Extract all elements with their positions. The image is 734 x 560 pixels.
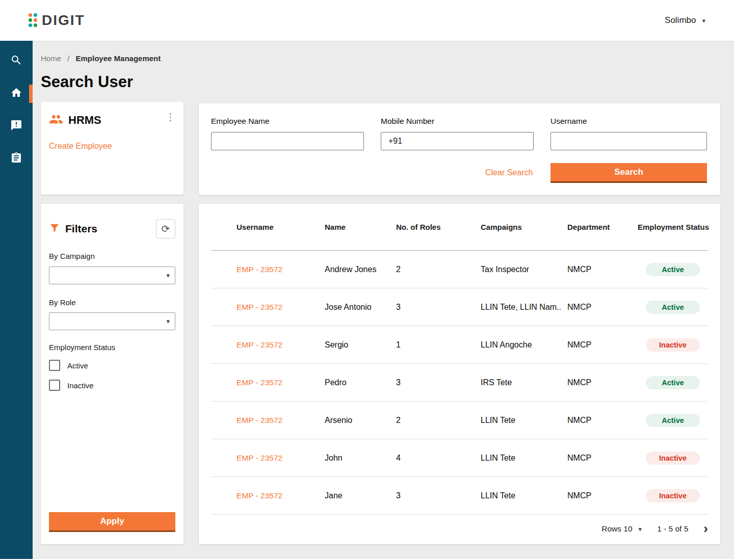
table-footer: Rows 10 ▾ 1 - 5 of 5 ›	[211, 515, 708, 543]
status-badge: Active	[646, 263, 700, 276]
employee-name-cell: Jane	[325, 491, 396, 500]
campaigns-cell: LLIN Angoche	[481, 340, 567, 350]
employee-name-cell: Arsenio	[325, 416, 396, 425]
roles-count-cell: 4	[396, 454, 481, 463]
chevron-right-icon[interactable]: ›	[703, 522, 708, 535]
status-cell: Active	[638, 376, 708, 389]
campaign-select[interactable]: ▾	[49, 266, 175, 284]
status-cell: Active	[638, 301, 708, 314]
rows-per-page-label: Rows 10	[601, 524, 632, 534]
sync-icon: ⟳	[162, 223, 170, 235]
sidebar-item-clipboard[interactable]	[0, 143, 33, 175]
roles-count-cell: 2	[396, 265, 481, 274]
employee-name-cell: Andrew Jones	[325, 265, 396, 274]
rows-per-page-select[interactable]: Rows 10 ▾	[601, 524, 642, 534]
inactive-checkbox[interactable]	[49, 380, 60, 391]
clipboard-icon	[10, 152, 22, 166]
user-menu-label: Solimbo	[665, 15, 696, 25]
table-header-row: Username Name No. of Roles Campaigns Dep…	[211, 204, 708, 251]
col-campaigns: Campaigns	[481, 223, 567, 231]
employment-status-label: Employment Status	[49, 343, 115, 352]
username-label: Username	[550, 117, 707, 126]
breadcrumb-current: Employee Management	[76, 54, 161, 63]
filters-title: Filters	[65, 223, 97, 235]
create-employee-link[interactable]: Create Employee	[49, 142, 112, 151]
sidebar-item-feedback[interactable]	[0, 110, 33, 143]
chevron-down-icon: ▾	[702, 17, 705, 24]
mobile-number-input[interactable]	[406, 133, 533, 149]
status-cell: Active	[638, 414, 708, 427]
apply-button[interactable]: Apply	[49, 512, 175, 532]
department-cell: NMCP	[567, 416, 638, 425]
by-role-label: By Role	[49, 298, 76, 307]
status-cell: Inactive	[638, 489, 708, 502]
status-badge: Active	[646, 376, 700, 389]
table-row: EMP - 23572 Pedro 3 IRS Tete NMCP Active	[211, 364, 708, 402]
department-cell: NMCP	[567, 265, 638, 274]
employee-name-field-group: Employee Name	[211, 117, 364, 150]
campaigns-cell: Tax Inspector	[481, 265, 567, 274]
col-department: Department	[567, 223, 638, 231]
people-icon	[49, 112, 63, 128]
top-bar: DIGIT Solimbo ▾	[0, 0, 734, 41]
status-badge: Active	[646, 301, 700, 314]
campaigns-cell: LLIN Tete	[481, 454, 567, 463]
sidebar-item-home[interactable]	[0, 77, 33, 110]
feedback-icon	[10, 119, 22, 134]
campaigns-cell: LLIN Tete	[481, 491, 567, 500]
user-menu[interactable]: Solimbo ▾	[665, 15, 705, 25]
hrms-card-title: HRMS	[68, 114, 101, 127]
employee-name-cell: Sergio	[325, 340, 396, 350]
department-cell: NMCP	[567, 378, 638, 387]
employee-id-link[interactable]: EMP - 23572	[237, 454, 325, 463]
hrms-card-header: HRMS	[49, 112, 175, 128]
sidebar-item-search[interactable]	[0, 45, 33, 77]
refresh-filters-button[interactable]: ⟳	[156, 219, 175, 238]
employee-id-link[interactable]: EMP - 23572	[237, 491, 325, 500]
inactive-checkbox-row: Inactive	[49, 380, 94, 391]
campaigns-cell: LLIN Tete	[481, 416, 567, 425]
employee-name-cell: Jose Antonio	[325, 303, 396, 312]
chevron-down-icon: ▾	[166, 272, 170, 279]
department-cell: NMCP	[567, 340, 638, 350]
status-badge: Inactive	[646, 451, 700, 465]
filters-header: Filters ⟳	[41, 204, 184, 238]
employee-id-link[interactable]: EMP - 23572	[237, 378, 325, 387]
table-row: EMP - 23572 Jane 3 LLIN Tete NMCP Inacti…	[211, 477, 708, 515]
status-badge: Inactive	[646, 338, 700, 352]
breadcrumb-separator: /	[67, 54, 69, 63]
active-checkbox[interactable]	[49, 360, 60, 371]
kebab-menu-icon[interactable]: ⋮	[163, 110, 178, 124]
employee-name-input[interactable]	[211, 132, 364, 150]
inactive-checkbox-label: Inactive	[67, 381, 94, 390]
home-icon	[10, 87, 22, 101]
employee-id-link[interactable]: EMP - 23572	[237, 303, 325, 312]
campaigns-cell: IRS Tete	[481, 378, 567, 387]
filter-funnel-icon	[49, 222, 60, 235]
employee-name-label: Employee Name	[211, 117, 364, 126]
employee-id-link[interactable]: EMP - 23572	[237, 416, 325, 425]
clear-search-link[interactable]: Clear Search	[485, 168, 533, 177]
status-badge: Inactive	[646, 489, 700, 502]
breadcrumb-home-link[interactable]: Home	[41, 54, 61, 63]
col-username: Username	[237, 223, 325, 231]
table-row: EMP - 23572 Jose Antonio 3 LLIN Tete, LL…	[211, 288, 708, 326]
by-campaign-label: By Campaign	[49, 252, 95, 260]
pagination-range: 1 - 5 of 5	[657, 524, 688, 534]
col-name: Name	[325, 223, 396, 231]
username-input[interactable]	[550, 132, 707, 150]
search-button[interactable]: Search	[550, 163, 707, 183]
status-badge: Active	[646, 414, 700, 427]
sidebar	[0, 41, 33, 559]
role-select[interactable]: ▾	[49, 312, 175, 330]
employee-name-cell: John	[325, 454, 396, 463]
col-roles: No. of Roles	[396, 223, 481, 231]
chevron-down-icon: ▾	[639, 525, 642, 533]
status-cell: Inactive	[638, 451, 708, 465]
employee-id-link[interactable]: EMP - 23572	[237, 340, 325, 350]
digit-logo-text: DIGIT	[42, 12, 85, 29]
employee-id-link[interactable]: EMP - 23572	[237, 265, 325, 274]
filters-card: Filters ⟳ By Campaign ▾ By Role ▾ Employ…	[41, 204, 184, 544]
status-cell: Active	[638, 263, 708, 276]
search-icon	[10, 54, 22, 68]
